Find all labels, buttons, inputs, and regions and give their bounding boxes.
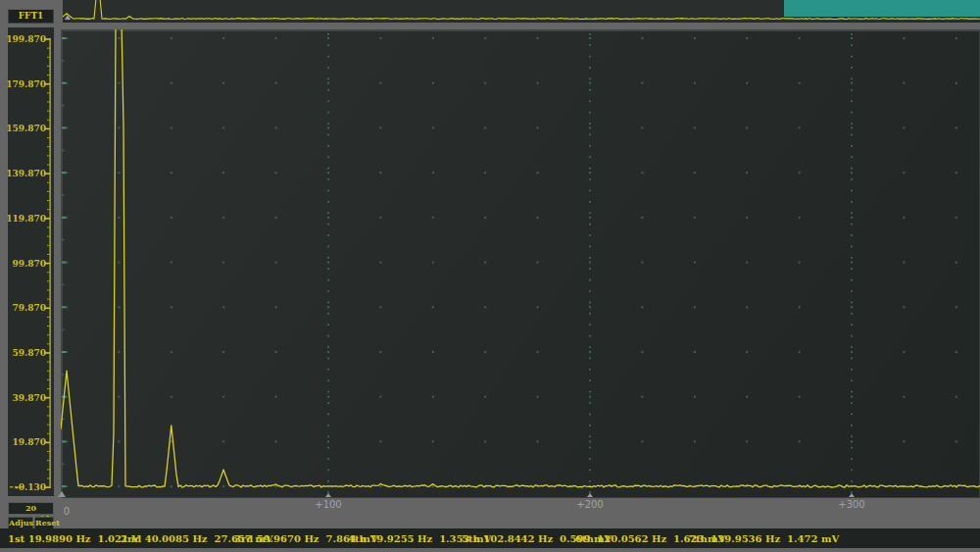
- x-tick-caret-icon: [325, 493, 331, 497]
- y-axis-label: 159.870: [6, 124, 46, 133]
- harmonic-measurement: 7th 139.9536 Hz 1.472 mV: [689, 533, 839, 544]
- y-axis-label: 59.870: [13, 348, 46, 358]
- y-axis-label: 99.870: [13, 259, 46, 269]
- harmonic-measurement: 1st 19.9890 Hz 1.021 V: [8, 533, 139, 544]
- x-axis-label: +100: [315, 499, 341, 510]
- y-axis-label: 19.870: [13, 437, 46, 447]
- channel-label-fft1[interactable]: FFT1: [8, 9, 54, 24]
- y-axis-label: 79.870: [13, 303, 46, 313]
- fft-trace: [61, 29, 980, 487]
- x-tick-caret-icon: [587, 493, 593, 497]
- preview-origin-marker-icon: [65, 15, 71, 20]
- y-axis-label: -0.130: [15, 482, 46, 492]
- x-tick-caret-icon: [849, 493, 855, 497]
- y-axis-label: 199.870: [6, 34, 46, 44]
- y-axis-panel: 199.870179.870159.870139.870119.87099.87…: [8, 27, 54, 496]
- preview-selection-bar[interactable]: [784, 0, 980, 17]
- x-axis-label: +200: [576, 499, 603, 510]
- grid-dots: [62, 33, 957, 493]
- harmonics-status-bar: 1st 19.9890 Hz 1.021 V2nd 40.0085 Hz 27.…: [0, 528, 980, 548]
- plot-origin-marker-icon: [58, 491, 66, 497]
- y-axis-label: 179.870: [6, 79, 46, 89]
- fft-analyzer-window: { "sidebar": { "channel_label": "FFT1", …: [0, 0, 980, 552]
- x-axis-label: 0: [64, 506, 70, 517]
- y-axis-label: 119.870: [6, 214, 46, 224]
- y-axis-label: 39.870: [13, 393, 46, 403]
- x-axis-label: +300: [838, 499, 864, 510]
- vertical-scale-box[interactable]: 20 mV/Grid: [8, 502, 54, 515]
- y-axis-label: 139.870: [6, 169, 46, 178]
- fft-plot-layers: [61, 29, 980, 498]
